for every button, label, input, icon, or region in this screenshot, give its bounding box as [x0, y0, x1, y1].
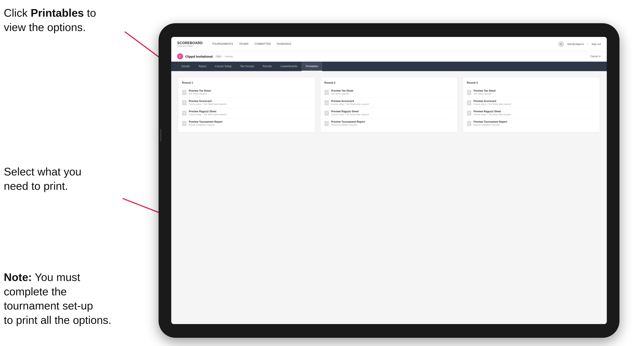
- r2-tee-sheet-subtitle: Tee Sheet required: [331, 93, 353, 95]
- scorecard-icon: [182, 100, 187, 106]
- round3-scorecard[interactable]: Preview Scorecard Course setup + Tee She…: [467, 98, 596, 108]
- annotation-top: Click Printables toview the options.: [4, 6, 96, 34]
- r3-tournament-report-title: Preview Tournament Report: [474, 120, 507, 123]
- round-2-section: Round 2 Preview Tee Sheet Tee Sheet requ…: [320, 77, 458, 132]
- annotation-bottom: Note: You mustcomplete thetournament set…: [4, 270, 112, 327]
- tab-course-setup[interactable]: Course Setup: [210, 62, 236, 71]
- tab-bar: Details Teams Course Setup Tee Groups Re…: [171, 62, 607, 71]
- r3-scorecard-subtitle: Course setup + Tee Sheet data required: [474, 103, 511, 105]
- r2-raguzzi-title: Preview Raguzzi Sheet: [331, 110, 368, 113]
- tee-sheet-subtitle: Tee Sheet required: [189, 93, 211, 95]
- round-3-title: Round 3: [467, 81, 596, 84]
- r2-scorecard-title: Preview Scorecard: [331, 100, 368, 103]
- nav-committee[interactable]: COMMITTEE: [254, 42, 271, 46]
- scorecard-icon-r2: [324, 100, 329, 106]
- top-nav: SCOREBOARD Powered by clippd TOURNAMENTS…: [171, 37, 607, 51]
- tee-sheet-title: Preview Tee Sheet: [189, 89, 211, 92]
- r2-tournament-report-title: Preview Tournament Report: [331, 120, 365, 123]
- round2-tee-sheet[interactable]: Preview Tee Sheet Tee Sheet required: [324, 87, 454, 98]
- tournament-name: Clippd Invitational: [185, 55, 213, 58]
- nav-teams[interactable]: TEAMS: [239, 42, 249, 46]
- tournament-badge: Men: [215, 55, 223, 58]
- user-email: blair@clippd.io: [568, 43, 584, 46]
- scorecard-subtitle: Course setup + Tee Sheet data required: [189, 103, 226, 105]
- round-3-section: Round 3 Preview Tee Sheet Tee Sheet requ…: [463, 77, 600, 132]
- main-content: Round 1 Preview Tee Sheet Tee Sheet requ…: [171, 71, 607, 138]
- tee-sheet-icon: [182, 90, 187, 95]
- r3-tee-sheet-subtitle: Tee Sheet required: [474, 93, 496, 95]
- logo-title: SCOREBOARD: [177, 41, 203, 45]
- tab-leaderboards[interactable]: Leaderboards: [276, 62, 302, 71]
- round2-raguzzi[interactable]: Preview Raguzzi Sheet Course setup + Tee…: [324, 108, 454, 118]
- tournament-logo: C: [177, 53, 183, 59]
- raguzzi-icon-r3: [467, 110, 472, 116]
- round1-raguzzi[interactable]: Preview Raguzzi Sheet Course setup + Tee…: [182, 108, 311, 118]
- round-1-section: Round 1 Preview Tee Sheet Tee Sheet requ…: [178, 77, 315, 132]
- tournament-report-icon-r3: [467, 121, 472, 126]
- nav-right: B blair@clippd.io | Sign out: [558, 41, 601, 47]
- scorecard-icon-r3: [467, 100, 472, 106]
- round2-scorecard[interactable]: Preview Scorecard Course setup + Tee She…: [324, 98, 454, 108]
- tab-printables[interactable]: Printables: [302, 62, 322, 71]
- tab-teams[interactable]: Teams: [194, 62, 210, 71]
- tee-sheet-icon-r2: [324, 90, 329, 95]
- tournament-report-icon-r2: [324, 121, 329, 126]
- printables-bold: Printables: [31, 7, 84, 19]
- raguzzi-icon-r2: [324, 110, 329, 116]
- tournament-report-title: Preview Tournament Report: [189, 120, 222, 123]
- scorecard-title: Preview Scorecard: [189, 100, 226, 103]
- round1-tournament-report[interactable]: Preview Tournament Report Round Completi…: [182, 118, 311, 128]
- tab-details[interactable]: Details: [177, 62, 194, 71]
- sign-out-link[interactable]: Sign out: [592, 43, 601, 46]
- tournament-report-subtitle: Round Completion required: [189, 124, 222, 126]
- tab-tee-groups[interactable]: Tee Groups: [236, 62, 258, 71]
- nav-links: TOURNAMENTS TEAMS COMMITTEE RANKINGS: [212, 42, 550, 46]
- tournament-header: C Clippd Invitational Men Hosting Cancel…: [171, 51, 607, 62]
- round3-raguzzi[interactable]: Preview Raguzzi Sheet Course setup + Tee…: [467, 108, 596, 118]
- tablet-screen: SCOREBOARD Powered by clippd TOURNAMENTS…: [171, 37, 607, 324]
- round-1-title: Round 1: [182, 81, 311, 84]
- r3-tournament-report-subtitle: Round Completion required: [474, 124, 507, 126]
- r3-raguzzi-title: Preview Raguzzi Sheet: [474, 110, 511, 113]
- logo-subtitle: Powered by clippd: [177, 45, 203, 47]
- r3-scorecard-title: Preview Scorecard: [474, 100, 511, 103]
- rounds-container: Round 1 Preview Tee Sheet Tee Sheet requ…: [178, 77, 600, 132]
- nav-tournaments[interactable]: TOURNAMENTS: [212, 42, 233, 46]
- tee-sheet-icon-r3: [467, 90, 472, 95]
- r2-scorecard-subtitle: Course setup + Tee Sheet data required: [331, 103, 368, 105]
- round1-tee-sheet[interactable]: Preview Tee Sheet Tee Sheet required: [182, 87, 311, 98]
- raguzzi-icon: [182, 110, 187, 116]
- cancel-button[interactable]: Cancel ✕: [590, 55, 601, 58]
- raguzzi-title: Preview Raguzzi Sheet: [189, 110, 226, 113]
- nav-rankings[interactable]: RANKINGS: [277, 42, 291, 46]
- r2-tournament-report-subtitle: Round Completion required: [331, 124, 365, 126]
- tablet-frame: SCOREBOARD Powered by clippd TOURNAMENTS…: [158, 23, 620, 338]
- note-bold: Note:: [4, 271, 32, 283]
- nav-avatar: B: [558, 41, 564, 47]
- scoreboard-logo: SCOREBOARD Powered by clippd: [177, 41, 203, 47]
- r2-tee-sheet-title: Preview Tee Sheet: [331, 89, 353, 92]
- round2-tournament-report[interactable]: Preview Tournament Report Round Completi…: [324, 118, 454, 128]
- r3-tee-sheet-title: Preview Tee Sheet: [474, 89, 496, 92]
- round-2-title: Round 2: [324, 81, 454, 84]
- raguzzi-subtitle: Course setup + Tee Sheet data required: [189, 113, 226, 116]
- annotation-middle: Select what youneed to print.: [4, 165, 82, 193]
- tournament-status: Hosting: [225, 55, 232, 58]
- round3-tournament-report[interactable]: Preview Tournament Report Round Completi…: [467, 118, 596, 128]
- r2-raguzzi-subtitle: Course setup + Tee Sheet data required: [331, 113, 368, 116]
- round1-scorecard[interactable]: Preview Scorecard Course setup + Tee She…: [182, 98, 311, 108]
- tournament-title-row: C Clippd Invitational Men Hosting: [177, 53, 233, 59]
- tournament-report-icon: [182, 121, 187, 126]
- round3-tee-sheet[interactable]: Preview Tee Sheet Tee Sheet required: [467, 87, 596, 98]
- r3-raguzzi-subtitle: Course setup + Tee Sheet data required: [474, 113, 511, 116]
- tab-results[interactable]: Results: [258, 62, 276, 71]
